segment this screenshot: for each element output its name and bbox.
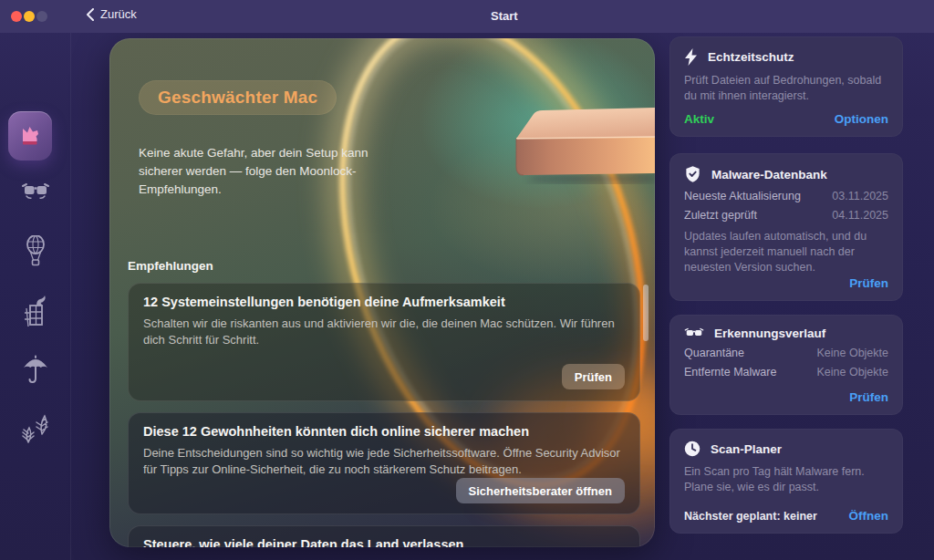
detection-history-card: Erkennungsverlauf Quarantäne Keine Objek…: [669, 315, 903, 415]
card-title: Scan-Planer: [711, 442, 782, 456]
card-title: Malware-Datenbank: [711, 168, 827, 181]
status-description: Keine akute Gefahr, aber dein Setup kann…: [139, 144, 383, 199]
glasses-icon: [21, 182, 50, 201]
row-label: Quarantäne: [684, 347, 744, 359]
glasses-icon: [684, 327, 704, 340]
card-title: Erkennungsverlauf: [714, 327, 825, 340]
back-label: Zurück: [100, 7, 137, 21]
sidebar-item-adware-cleaner[interactable]: [24, 296, 47, 330]
scan-scheduler-card: Scan-Planer Ein Scan pro Tag hält Malwar…: [669, 429, 903, 534]
row-label: Zuletzt geprüft: [684, 209, 757, 222]
close-window-button[interactable]: [11, 11, 22, 22]
realtime-protection-card: Echtzeitschutz Prüft Dateien auf Bedrohu…: [669, 36, 903, 137]
watchtower-bird-icon: [24, 296, 47, 327]
row-value: Keine Objekte: [816, 366, 888, 379]
recommendations-heading: Empfehlungen: [128, 259, 213, 273]
sidebar-item-antivirus[interactable]: [8, 111, 52, 161]
realtime-options-link[interactable]: Optionen: [835, 112, 888, 126]
status-badge: Geschwächter Mac: [139, 80, 337, 115]
status-badge-label: Geschwächter Mac: [158, 88, 317, 108]
balloon-icon: [24, 235, 47, 266]
chevron-left-icon: [86, 8, 94, 21]
row-value: 03.11.2025: [832, 190, 888, 202]
sidebar-item-data-shredder[interactable]: [20, 414, 51, 447]
sidebar-rail: [0, 33, 71, 560]
row-value: 04.11.2025: [832, 209, 888, 222]
recommendation-card-data-control[interactable]: Steuere, wie viele deiner Daten das Land…: [128, 525, 640, 547]
check-settings-button[interactable]: Prüfen: [562, 364, 625, 389]
card-title: Echtzeitschutz: [708, 50, 794, 64]
card-body: Ein Scan pro Tag hält Malware fern. Plan…: [684, 464, 888, 495]
minimize-window-button[interactable]: [24, 11, 35, 22]
back-button[interactable]: Zurück: [86, 7, 137, 21]
recommendation-title: Diese 12 Gewohnheiten könnten dich onlin…: [143, 424, 625, 439]
window-titlebar: Zurück Start: [0, 0, 934, 33]
umbrella-icon: [22, 355, 49, 384]
sidebar-item-safe-browsing[interactable]: [22, 355, 49, 388]
recommendation-body: Deine Entscheidungen sind so wichtig wie…: [143, 445, 625, 478]
sidebar-item-vpn[interactable]: [24, 235, 47, 270]
recommendation-body: Schalten wir die riskanten aus und aktiv…: [143, 316, 625, 348]
window-title: Start: [491, 9, 518, 23]
card-body: Prüft Dateien auf Bedrohungen, sobald du…: [684, 73, 888, 104]
row-label: Neueste Aktualisierung: [684, 190, 801, 202]
moonlock-wolf-icon: [18, 123, 42, 149]
fern-leaves-icon: [20, 414, 51, 443]
row-label: Entfernte Malware: [684, 366, 776, 379]
recommendation-card-habits[interactable]: Diese 12 Gewohnheiten könnten dich onlin…: [128, 412, 640, 514]
main-status-panel: Geschwächter Mac Keine akute Gefahr, abe…: [109, 38, 655, 547]
card-body: Updates laufen automatisch, und du kanns…: [684, 229, 888, 275]
history-check-link[interactable]: Prüfen: [849, 390, 888, 404]
scheduler-open-link[interactable]: Öffnen: [849, 509, 889, 523]
lightning-bolt-icon: [684, 48, 698, 66]
mac-mini-illustration: [509, 102, 655, 184]
zoom-window-button[interactable]: [36, 11, 47, 22]
clock-icon: [684, 441, 700, 457]
shield-check-icon: [684, 165, 701, 183]
open-security-advisor-button[interactable]: Sicherheitsberater öffnen: [456, 478, 626, 503]
security-widgets-column: Echtzeitschutz Prüft Dateien auf Bedrohu…: [669, 36, 903, 534]
next-scan-status: Nächster geplant: keiner: [684, 510, 817, 523]
sidebar-item-id-protection[interactable]: [21, 182, 50, 204]
recommendations-scrollbar[interactable]: [643, 285, 649, 341]
recommendation-title: 12 Systemeinstellungen benötigen deine A…: [143, 295, 625, 309]
recommendation-title: Steuere, wie viele deiner Daten das Land…: [143, 537, 625, 547]
malware-database-card: Malware-Datenbank Neueste Aktualisierung…: [669, 153, 903, 301]
recommendation-card-system-settings[interactable]: 12 Systemeinstellungen benötigen deine A…: [128, 283, 640, 401]
database-check-link[interactable]: Prüfen: [849, 276, 888, 290]
row-value: Keine Objekte: [816, 347, 888, 359]
realtime-status: Aktiv: [684, 112, 714, 126]
